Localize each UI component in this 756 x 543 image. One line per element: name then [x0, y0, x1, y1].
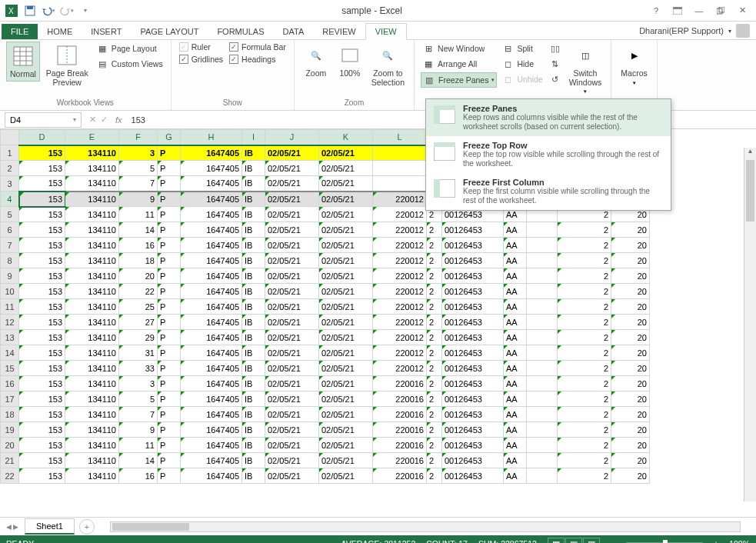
cell[interactable]: 02/05/21: [265, 330, 319, 345]
cell[interactable]: 2: [427, 253, 442, 268]
cell[interactable]: 02/05/21: [265, 207, 319, 222]
cell[interactable]: 153: [19, 361, 65, 376]
cell[interactable]: IB: [242, 238, 265, 253]
row-header[interactable]: 3: [1, 176, 19, 192]
cell[interactable]: AA: [504, 315, 527, 330]
cell[interactable]: 7: [119, 176, 158, 192]
cell[interactable]: 02/05/21: [265, 268, 319, 284]
cell[interactable]: 02/05/21: [265, 176, 319, 192]
cell[interactable]: IB: [242, 422, 265, 438]
cell[interactable]: 134110: [65, 192, 119, 207]
row-header[interactable]: 21: [1, 453, 19, 468]
cell[interactable]: P: [158, 284, 181, 299]
cell[interactable]: 20: [611, 407, 650, 422]
cell[interactable]: 2: [558, 315, 611, 330]
cell[interactable]: 20: [611, 299, 650, 315]
cell[interactable]: 134110: [65, 268, 119, 284]
cell[interactable]: 00126453: [442, 330, 504, 345]
zoom-out-button[interactable]: −: [611, 539, 615, 543]
cell[interactable]: 220016: [373, 407, 427, 422]
cell[interactable]: 02/05/21: [319, 453, 373, 468]
cell[interactable]: IB: [242, 391, 265, 407]
cell[interactable]: [527, 345, 558, 361]
cell[interactable]: 153: [19, 330, 65, 345]
cell[interactable]: 1647405: [181, 468, 242, 484]
split-button[interactable]: ⊟Split: [500, 42, 544, 55]
user-account[interactable]: Dharani(ERP Support) ▾: [633, 22, 756, 39]
cell[interactable]: 153: [19, 207, 65, 222]
cell[interactable]: 1647405: [181, 391, 242, 407]
cell[interactable]: 134110: [65, 176, 119, 192]
enter-formula-icon[interactable]: ✓: [101, 115, 108, 125]
cell[interactable]: 02/05/21: [265, 238, 319, 253]
cell[interactable]: 02/05/21: [265, 222, 319, 238]
cell[interactable]: 02/05/21: [265, 438, 319, 453]
cell[interactable]: IB: [242, 468, 265, 484]
cell[interactable]: 02/05/21: [319, 207, 373, 222]
cell[interactable]: 134110: [65, 422, 119, 438]
cell[interactable]: 00126453: [442, 422, 504, 438]
cell[interactable]: AA: [504, 376, 527, 391]
cell[interactable]: 2: [427, 453, 442, 468]
ribbon-display-icon[interactable]: [668, 3, 687, 18]
name-box[interactable]: D4▾: [5, 112, 82, 128]
cell[interactable]: P: [158, 145, 181, 161]
normal-view-icon[interactable]: ▦: [548, 538, 565, 543]
row-header[interactable]: 2: [1, 161, 19, 176]
cell[interactable]: [527, 391, 558, 407]
cell[interactable]: 153: [19, 315, 65, 330]
cell[interactable]: 153: [19, 253, 65, 268]
cell[interactable]: 3: [119, 376, 158, 391]
cell[interactable]: 1647405: [181, 268, 242, 284]
scroll-thumb[interactable]: [112, 523, 189, 531]
column-header[interactable]: E: [65, 130, 119, 145]
cell[interactable]: 20: [611, 330, 650, 345]
hide-button[interactable]: ◻Hide: [500, 57, 544, 71]
cell[interactable]: 2: [558, 222, 611, 238]
cell[interactable]: P: [158, 376, 181, 391]
cell[interactable]: IB: [242, 438, 265, 453]
tab-file[interactable]: FILE: [2, 24, 38, 39]
cell[interactable]: 02/05/21: [265, 376, 319, 391]
minimize-icon[interactable]: —: [690, 3, 708, 18]
cell[interactable]: P: [158, 407, 181, 422]
cell[interactable]: 11: [119, 438, 158, 453]
cell[interactable]: 1647405: [181, 207, 242, 222]
cell[interactable]: 134110: [65, 468, 119, 484]
cell[interactable]: [373, 145, 427, 161]
cell[interactable]: 2: [427, 407, 442, 422]
gridlines-checkbox[interactable]: ✓Gridlines: [178, 54, 225, 65]
column-header[interactable]: I: [242, 130, 265, 145]
cell[interactable]: 00126453: [442, 453, 504, 468]
cell[interactable]: 02/05/21: [265, 422, 319, 438]
reset-position-button[interactable]: ↺: [548, 72, 563, 86]
cell[interactable]: P: [158, 361, 181, 376]
column-header[interactable]: G: [158, 130, 181, 145]
cell[interactable]: 153: [19, 407, 65, 422]
cell[interactable]: 153: [19, 238, 65, 253]
custom-views-button[interactable]: ▤Custom Views: [95, 57, 165, 71]
cell[interactable]: AA: [504, 422, 527, 438]
cell[interactable]: 220016: [373, 468, 427, 484]
cell[interactable]: P: [158, 438, 181, 453]
cell[interactable]: 16: [119, 238, 158, 253]
cell[interactable]: 1647405: [181, 453, 242, 468]
cell[interactable]: 1647405: [181, 253, 242, 268]
pagebreak-preview-button[interactable]: Page Break Preview: [43, 42, 92, 88]
zoom-in-button[interactable]: +: [714, 539, 718, 543]
headings-checkbox[interactable]: ✓Headings: [228, 54, 288, 65]
cell[interactable]: 134110: [65, 253, 119, 268]
cell[interactable]: 220016: [373, 453, 427, 468]
cell[interactable]: 20: [611, 422, 650, 438]
cell[interactable]: IB: [242, 161, 265, 176]
row-header[interactable]: 6: [1, 222, 19, 238]
switch-windows-button[interactable]: ◫Switch Windows▾: [566, 42, 605, 96]
undo-icon[interactable]: ▾: [40, 2, 57, 19]
cell[interactable]: 1647405: [181, 345, 242, 361]
row-header[interactable]: 20: [1, 438, 19, 453]
cell[interactable]: 2: [427, 361, 442, 376]
row-header[interactable]: 12: [1, 315, 19, 330]
cell[interactable]: 14: [119, 453, 158, 468]
cell[interactable]: 22: [119, 284, 158, 299]
page-layout-view-icon[interactable]: ▣: [565, 538, 582, 543]
